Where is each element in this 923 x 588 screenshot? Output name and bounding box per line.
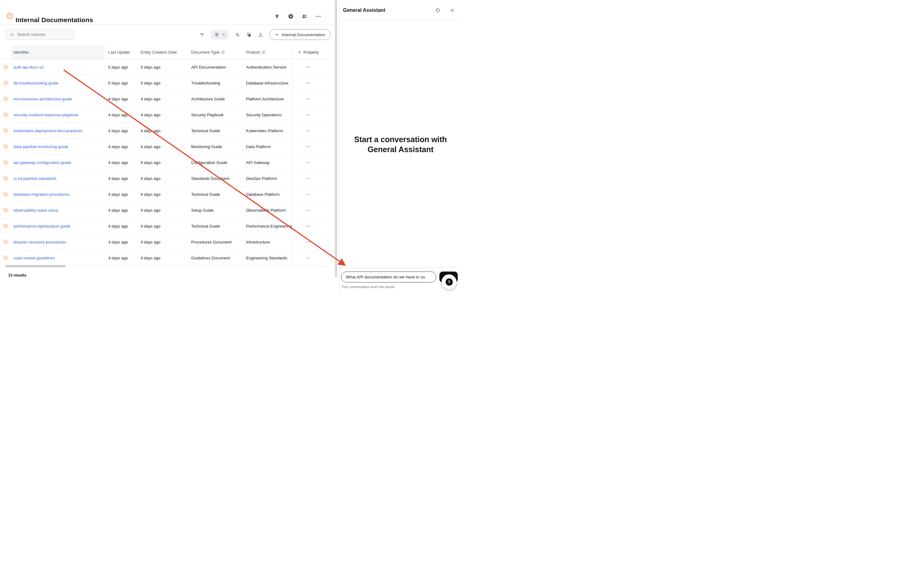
entity-identifier-link[interactable]: auth-api-docs-v2 [11,65,105,69]
help-button[interactable]: ? [442,274,457,289]
plug-icon[interactable] [274,13,280,19]
row-actions-button[interactable] [292,59,324,75]
row-actions-button[interactable] [292,75,324,91]
documents-table: Identifier Last Update Entity Creation D… [0,46,335,266]
document-type-cell: Technical Guide [188,224,243,228]
assistant-message-input[interactable] [341,271,436,283]
sort-icon[interactable] [235,32,240,38]
search-icon [10,33,14,37]
row-actions-button[interactable] [292,202,324,218]
last-update-cell: 4 days ago [105,145,138,149]
row-actions-button[interactable] [292,171,324,186]
vertical-scrollbar[interactable] [335,0,337,278]
creation-date-cell: 4 days ago [138,240,188,245]
empty-state-line1: Start a conversation with [340,135,462,145]
copy-icon[interactable] [246,32,252,38]
entity-identifier-link[interactable]: performance-optimization-guide [11,224,105,228]
product-cell: Kubernetes Platform [243,128,292,133]
row-actions-button[interactable] [292,91,324,107]
entity-identifier-link[interactable]: ci-cd-pipeline-standards [11,176,105,181]
question-mark-icon: ? [446,278,453,286]
entity-identifier-link[interactable]: microservices-architecture-guide [11,97,105,101]
column-header-last-update[interactable]: Last Update [105,50,138,54]
product-cell: Observability Platform [243,208,292,213]
column-header-identifier[interactable]: Identifier [11,46,105,59]
search-columns-box[interactable] [6,29,74,40]
entity-identifier-link[interactable]: observability-stack-setup [11,208,105,213]
download-icon[interactable] [258,32,263,38]
entity-hexagon-icon [0,96,11,101]
creation-date-cell: 4 days ago [138,176,188,181]
entity-identifier-link[interactable]: code-review-guidelines [11,256,105,260]
column-header-product[interactable]: Product [243,50,292,54]
row-actions-button[interactable] [292,107,324,123]
entity-identifier-link[interactable]: data-pipeline-monitoring-guide [11,145,105,149]
product-cell: Database Platform [243,192,292,197]
users-icon[interactable] [302,13,307,19]
entity-hexagon-icon [0,240,11,245]
row-actions-button[interactable] [292,123,324,138]
document-type-cell: Setup Guide [188,208,243,213]
search-input[interactable] [17,32,68,37]
reset-conversation-icon[interactable] [435,8,440,13]
blueprint-hexagon-icon [6,13,13,20]
header-divider [0,24,335,25]
entity-identifier-link[interactable]: db-troubleshooting-guide [11,81,105,85]
conversation-disclaimer: This conversation won't be saved. [342,285,396,289]
column-header-document-type[interactable]: Document Type [188,50,243,54]
table-row: observability-stack-setup 4 days ago 4 d… [0,202,335,218]
table-row: disaster-recovery-procedures 4 days ago … [0,234,335,250]
info-icon [262,50,266,54]
product-cell: Authentication Service [243,65,292,69]
table-row: security-incident-response-playbook 4 da… [0,107,335,123]
table-row: api-gateway-configuration-guide 4 days a… [0,154,335,171]
last-update-cell: 5 days ago [105,65,138,69]
column-header-entity-creation-date[interactable]: Entity Creation Date [138,50,188,54]
active-view-pill[interactable] [211,30,228,39]
row-actions-button[interactable] [292,154,324,170]
document-type-cell: Technical Guide [188,192,243,197]
row-actions-button[interactable] [292,218,324,234]
plus-icon [275,33,279,37]
product-cell: Infrastructure [243,240,292,245]
row-actions-button[interactable] [292,139,324,154]
entity-identifier-link[interactable]: security-incident-response-playbook [11,113,105,117]
table-row: microservices-architecture-guide 4 days … [0,91,335,107]
entity-identifier-link[interactable]: disaster-recovery-procedures [11,240,105,245]
product-cell: Platform Architecture [243,97,292,101]
product-cell: Security Operations [243,113,292,117]
table-row: data-pipeline-monitoring-guide 4 days ag… [0,139,335,154]
entity-identifier-link[interactable]: api-gateway-configuration-guide [11,160,105,165]
horizontal-scrollbar[interactable] [6,265,66,267]
more-options-icon[interactable] [315,13,321,19]
info-icon [221,50,225,54]
entity-hexagon-icon [0,80,11,85]
plus-icon [297,50,302,54]
clear-view-icon[interactable] [222,33,225,36]
last-update-cell: 4 days ago [105,160,138,165]
assistant-empty-state: Start a conversation with General Assist… [340,135,462,154]
column-label: Document Type [191,50,220,54]
entity-identifier-link[interactable]: database-migration-procedures [11,192,105,197]
table-row: performance-optimization-guide 4 days ag… [0,218,335,234]
document-type-cell: Technical Guide [188,128,243,133]
column-label: Product [246,50,260,54]
row-actions-button[interactable] [292,250,324,266]
table-header-row: Identifier Last Update Entity Creation D… [0,46,335,59]
creation-date-cell: 4 days ago [138,192,188,197]
filter-icon[interactable] [199,32,205,38]
add-internal-documentation-button[interactable]: Internal Documentation [269,29,330,40]
add-property-button[interactable]: Property [292,46,324,59]
entity-identifier-link[interactable]: kubernetes-deployment-best-practices [11,128,105,133]
run-play-icon[interactable] [288,13,294,19]
last-update-cell: 5 days ago [105,81,138,85]
creation-date-cell: 4 days ago [138,113,188,117]
document-type-cell: Procedures Document [188,240,243,245]
close-panel-icon[interactable] [450,8,455,13]
document-type-cell: Security Playbook [188,113,243,117]
entity-hexagon-icon [0,160,11,165]
row-actions-button[interactable] [292,186,324,202]
last-update-cell: 4 days ago [105,208,138,213]
row-actions-button[interactable] [292,234,324,250]
results-count: 13 results [8,273,26,278]
